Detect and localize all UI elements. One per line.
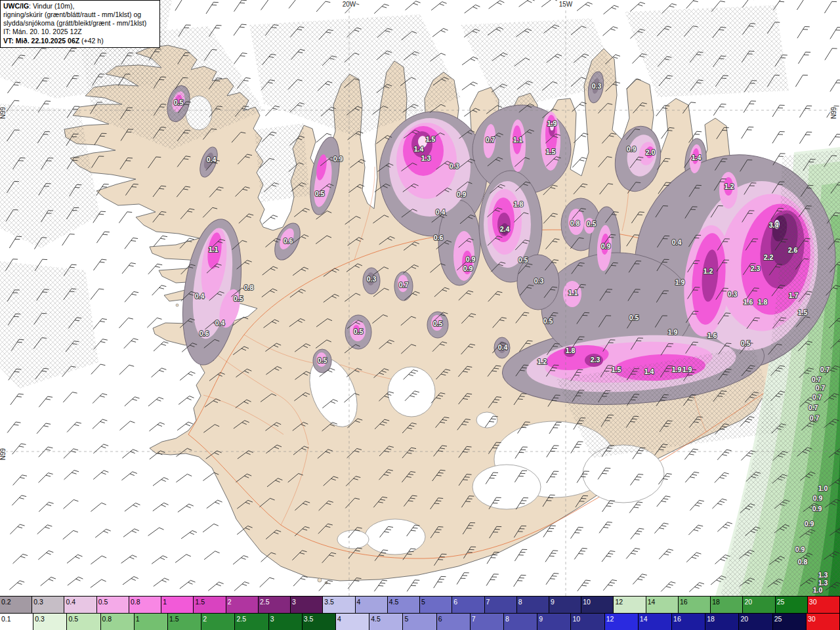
- precip-value-label: 1.6: [707, 331, 717, 339]
- precip-value-label: 0.9: [466, 255, 476, 263]
- scale-cell: 0.2: [0, 597, 32, 613]
- precip-value-label: 0.5: [587, 220, 597, 228]
- scale-cell: 12: [605, 614, 639, 630]
- scale-cell: 30: [807, 614, 840, 630]
- precip-value-label: 0.3: [592, 82, 602, 90]
- precip-value-label: 1.2: [724, 182, 734, 190]
- precip-value-label: 1.8: [758, 298, 768, 306]
- precip-value-label: 0.5: [234, 295, 243, 303]
- scale-cell: 18: [705, 614, 739, 630]
- scale-cell: 25: [773, 614, 807, 630]
- scale-cell: 2.5: [235, 614, 268, 630]
- scale-cell: 1.5: [168, 614, 201, 630]
- scale-cell: 4.5: [388, 597, 420, 613]
- precip-value-label: 1.5: [426, 135, 436, 143]
- precip-value-label: 1.9: [547, 119, 557, 127]
- scale-cell: 2: [226, 597, 259, 613]
- scale-cell: 25: [776, 597, 808, 613]
- precip-value-label: 0.9: [457, 190, 467, 198]
- scale-cell: 14: [646, 597, 679, 613]
- precip-value-label: 1.2: [537, 358, 547, 366]
- precip-value-label: 0.5: [174, 98, 184, 106]
- scale-cell: 3.5: [323, 597, 355, 613]
- precip-value-label: 0.5: [543, 317, 553, 325]
- precip-value-label: 0.9: [333, 155, 343, 163]
- precip-value-label: 0.7: [816, 384, 826, 392]
- precip-value-label: 1.1: [568, 289, 578, 297]
- precip-value-label: 0.4: [195, 292, 205, 300]
- precip-value-label: 0.4: [207, 156, 217, 163]
- precip-value-label: 0.9: [805, 520, 814, 528]
- product-title: UWC/IG: Vindur (10m),: [3, 2, 157, 10]
- precip-value-label: 0.4: [215, 319, 225, 327]
- precip-value-label: 0.9: [463, 264, 473, 272]
- precip-value-label: 0.8: [244, 284, 254, 291]
- precip-value-label: 0.4: [498, 343, 508, 351]
- scale-cell: 1: [161, 597, 194, 613]
- valid-offset: (+42 h): [79, 37, 103, 45]
- precip-value-label: 0.6: [434, 234, 444, 242]
- precip-value-label: 0.4: [672, 238, 682, 246]
- precip-value-label: 1.9: [675, 278, 685, 286]
- scale-cell: 0.8: [129, 597, 161, 613]
- scale-cell: 4.5: [369, 614, 403, 630]
- precip-value-label: 1.1: [209, 245, 219, 253]
- scale-cell: 3: [291, 597, 323, 613]
- precip-value-label: 0.5: [518, 256, 528, 264]
- precip-value-label: 1.3: [818, 571, 828, 579]
- precip-value-label: 0.9: [601, 242, 611, 250]
- precip-value-label: 0.5: [741, 339, 751, 347]
- precip-value-label: 2.4: [500, 225, 510, 233]
- scale-cell: 20: [743, 597, 775, 613]
- precip-value-label: 1.9: [672, 366, 682, 373]
- scale-cell: 2.5: [259, 597, 291, 613]
- scale-cell: 8: [504, 614, 537, 630]
- valid-time: VT: Mið. 22.10.2025 06Z: [3, 37, 79, 45]
- init-time: IT: Mán. 20. 10. 2025 12Z: [3, 28, 157, 36]
- precip-value-label: 1.0: [813, 586, 823, 594]
- scale-cell: 0.1: [0, 614, 33, 630]
- meridian-label: 15W: [559, 1, 573, 8]
- scale-cell: 1: [135, 614, 168, 630]
- scale-cell: 16: [672, 614, 705, 630]
- scale-cell: 7: [471, 614, 504, 630]
- scale-cell: 3.5: [303, 614, 336, 630]
- scale-cell: 6: [452, 597, 484, 613]
- precip-value-label: 0.7: [812, 393, 822, 401]
- scale-cell: 0.5: [97, 597, 129, 613]
- rain-color-scale: 0.10.30.50.811.522.533.544.5567891012141…: [0, 613, 840, 630]
- scale-cell: 0.4: [64, 597, 96, 613]
- precip-value-label: 2.2: [764, 253, 774, 261]
- precip-value-label: 1.4: [644, 368, 654, 375]
- precip-value-label: 2.3: [591, 356, 600, 364]
- precip-value-label: 1.8: [566, 346, 576, 354]
- precip-value-label: 0.6: [200, 329, 209, 337]
- scale-cell: 3: [269, 614, 303, 630]
- scale-cell: 0.3: [32, 597, 64, 613]
- scale-cell: 6: [437, 614, 471, 630]
- scale-cell: 9: [537, 614, 571, 630]
- precip-value-label: 1.6: [744, 298, 753, 306]
- scale-cell: 0.3: [33, 614, 67, 630]
- scale-cell: 9: [549, 597, 581, 613]
- forecast-info-box: UWC/IG: Vindur (10m), rigning/skúrir (gr…: [0, 0, 160, 48]
- precip-value-label: 1.5: [612, 366, 621, 373]
- precip-value-label: 1.4: [414, 145, 424, 153]
- precip-value-label: 1.7: [789, 291, 799, 299]
- map-svg: 0.50.30.41.91.50.71.11.40.92.01.31.50.91…: [0, 0, 840, 596]
- precip-value-label: 0.5: [318, 356, 327, 364]
- precip-value-label: 0.8: [798, 558, 808, 566]
- precip-value-label: 0.3: [450, 162, 459, 170]
- scale-cell: 10: [581, 597, 614, 613]
- precip-value-label: 0.3: [367, 275, 377, 283]
- product-variable: : Vindur (10m),: [29, 2, 74, 10]
- precip-value-label: 2.3: [751, 264, 761, 272]
- precip-value-label: 2.0: [646, 148, 656, 156]
- precip-value-label: 0.5: [629, 314, 639, 322]
- scale-cell: 18: [711, 597, 743, 613]
- scale-cell: 10: [571, 614, 604, 630]
- precip-value-label: 0.5: [315, 190, 325, 198]
- precip-value-label: 0.4: [436, 208, 446, 216]
- scale-cell: 4: [336, 614, 369, 630]
- scale-cell: 16: [679, 597, 711, 613]
